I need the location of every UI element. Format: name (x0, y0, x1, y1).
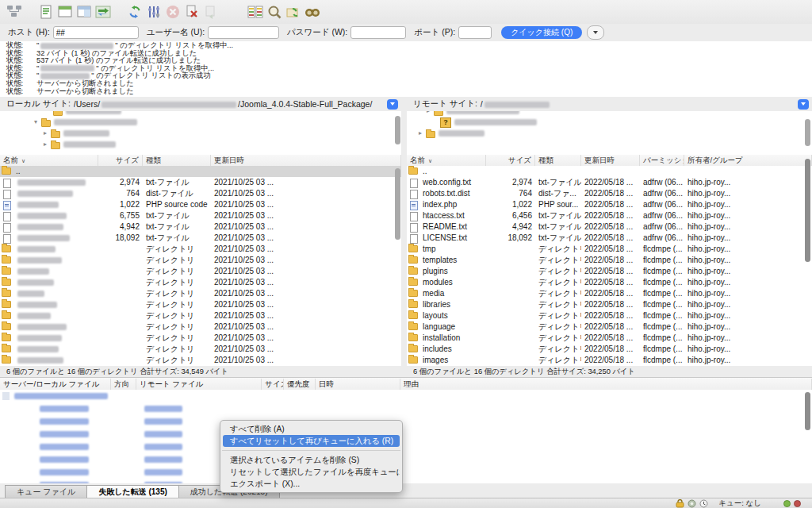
file-row[interactable]: ディレクトリ2021/10/25 03 ... (0, 333, 401, 344)
file-row[interactable]: imagesディレクトリ2022/05/18 ...flcdmpe (...hi… (407, 355, 812, 366)
context-menu-item[interactable]: すべてリセットして再びキューに入れる (R) (223, 435, 400, 447)
tree-item[interactable]: ▾ (0, 117, 401, 128)
file-row[interactable]: ディレクトリ2021/10/25 03 ... (0, 299, 401, 310)
file-row[interactable]: languageディレクトリ2022/05/18 ...flcdmpe (...… (407, 321, 812, 333)
file-row[interactable]: layoutsディレクトリ2022/05/18 ...flcdmpe (...h… (407, 310, 812, 321)
host-input[interactable] (53, 26, 139, 39)
context-menu-item[interactable]: 選択されているアイテムを削除 (S) (223, 454, 400, 466)
expander-icon[interactable]: ▾ (32, 117, 40, 128)
sync-icon[interactable] (688, 499, 696, 508)
file-row[interactable]: 2,974txt-ファイル2021/10/25 03 ... (0, 177, 401, 188)
local-site-path[interactable]: /Users//Joomla_4.0.4-Stable-Full_Package… (74, 99, 387, 109)
tree-item[interactable]: ▸ (407, 128, 812, 139)
file-row[interactable]: LICENSE.txt18,092txt-ファイル2022/05/18 ...a… (407, 233, 812, 244)
column-header[interactable]: サイズ (98, 155, 143, 166)
file-row[interactable]: mediaディレクトリ2022/05/18 ...flcdmpe (...hih… (407, 288, 812, 299)
synchronized-browsing-icon[interactable] (284, 2, 303, 21)
file-row[interactable]: includesディレクトリ2022/05/18 ...flcdmpe (...… (407, 344, 812, 355)
file-row[interactable]: ディレクトリ2021/10/25 03 ... (0, 344, 401, 355)
column-header[interactable]: 所有者/グループ (684, 155, 812, 166)
file-row[interactable]: ディレクトリ2021/10/25 03 ... (0, 310, 401, 321)
file-row[interactable]: ディレクトリ2021/10/25 03 ... (0, 288, 401, 299)
file-row[interactable]: librariesディレクトリ2022/05/18 ...flcdmpe (..… (407, 299, 812, 310)
file-row[interactable]: pluginsディレクトリ2022/05/18 ...flcdmpe (...h… (407, 266, 812, 277)
queue-column-header[interactable]: サーバー/ローカル ファイル (0, 379, 111, 390)
clock-icon[interactable] (699, 499, 708, 508)
queue-row[interactable]: /Users//D-->>/radministrato...転送を開始できません (0, 453, 812, 466)
queue-column-header[interactable]: 優先度 (284, 379, 316, 390)
tree-item[interactable]: ▸ (407, 111, 812, 117)
queue-column-header[interactable]: 方向 (111, 379, 136, 390)
file-row[interactable]: 1,022PHP source code2021/10/25 03 ... (0, 199, 401, 210)
reconnect-icon[interactable] (201, 2, 220, 21)
file-row[interactable]: tmpディレクトリ2022/05/18 ...flcdmpe (...hiho.… (407, 244, 812, 255)
column-header[interactable]: 更新日時 (211, 155, 401, 166)
column-header[interactable]: パーミッション (640, 155, 684, 166)
file-search-icon[interactable] (265, 2, 284, 21)
panel-splitter[interactable] (401, 97, 407, 377)
remote-list-scrollbar[interactable] (805, 159, 810, 262)
message-log-toggle-icon[interactable] (36, 2, 56, 21)
tree-item[interactable]: ? (407, 117, 812, 128)
transfer-queue-toggle-icon[interactable] (94, 2, 113, 21)
file-row[interactable]: index.php1,022PHP sour...2022/05/18 ...a… (407, 199, 812, 210)
context-menu-item[interactable]: リセットして選択したファイルを再度キューに入れる (E) (223, 466, 400, 478)
tree-item[interactable]: ▸ (0, 128, 401, 139)
queue-tab[interactable]: キュー ファイル (5, 485, 87, 498)
remote-tree-scrollbar[interactable] (805, 119, 810, 146)
file-row[interactable]: ディレクトリ2021/10/25 03 ... (0, 266, 401, 277)
local-tree-toggle-icon[interactable] (56, 2, 75, 21)
lock-icon[interactable] (676, 499, 684, 508)
queue-row[interactable]: /Users//D-->>/radministrato...転送を開始できません (0, 479, 812, 483)
file-row[interactable]: htaccess.txt6,456txt-ファイル2022/05/18 ...a… (407, 210, 812, 221)
local-list-scrollbar[interactable] (395, 168, 400, 240)
file-row[interactable]: README.txt4,942txt-ファイル2022/05/18 ...adf… (407, 221, 812, 233)
directory-comparison-icon[interactable] (246, 2, 265, 21)
tree-item[interactable]: ▸ (0, 139, 401, 150)
file-row[interactable]: robots.txt.dist764dist-ファ...2022/05/18 .… (407, 188, 812, 199)
queue-column-header[interactable]: 日時 (316, 379, 400, 390)
quickconnect-button[interactable]: クイック接続 (Q) (501, 26, 582, 39)
column-header[interactable]: 更新日時 (581, 155, 640, 166)
local-path-dropdown-button[interactable] (387, 99, 398, 110)
file-row[interactable]: 764dist-ファイル2021/10/25 03 ... (0, 188, 401, 199)
file-row[interactable]: templatesディレクトリ2022/05/18 ...flcdmpe (..… (407, 255, 812, 266)
file-row[interactable]: web.config.txt2,974txt-ファイル2022/05/18 ..… (407, 177, 812, 188)
file-row[interactable]: ディレクトリ2021/10/25 03 ... (0, 255, 401, 266)
file-row[interactable]: ディレクトリ2021/10/25 03 ... (0, 321, 401, 333)
column-header[interactable]: 種類 (535, 155, 581, 166)
file-row[interactable]: ディレクトリ2021/10/25 03 ... (0, 244, 401, 255)
queue-server-row[interactable] (0, 390, 812, 402)
file-row[interactable]: 18,092txt-ファイル2021/10/25 03 ... (0, 233, 401, 244)
username-input[interactable] (208, 26, 279, 39)
queue-column-header[interactable]: サイズ (262, 379, 284, 390)
process-queue-icon[interactable] (144, 2, 163, 21)
quickconnect-dropdown-button[interactable] (587, 25, 604, 40)
refresh-icon[interactable] (125, 2, 144, 21)
queue-column-header[interactable]: リモート ファイル (136, 379, 262, 390)
expander-icon[interactable]: ▸ (41, 139, 49, 150)
file-row[interactable]: .. (0, 166, 401, 177)
remote-path-dropdown-button[interactable] (798, 99, 809, 110)
queue-column-header[interactable]: 理由 (400, 379, 812, 390)
column-header[interactable]: 名前∨ (407, 155, 486, 166)
queue-row[interactable]: /Users//-->>/radministrato...転送を開始できません (0, 428, 812, 441)
tree-item[interactable] (0, 111, 401, 117)
site-manager-icon[interactable] (5, 2, 24, 21)
file-row[interactable]: installationディレクトリ2022/05/18 ...flcdmpe … (407, 333, 812, 344)
expander-icon[interactable]: ▸ (416, 128, 424, 139)
queue-row[interactable]: /Users//D-->>/radministrato...転送を開始できません (0, 441, 812, 453)
password-input[interactable] (350, 26, 406, 39)
queue-row[interactable]: /Users//D-->>/radministrato...転送を開始できません (0, 466, 812, 479)
disconnect-icon[interactable] (182, 2, 201, 21)
column-header[interactable]: 種類 (143, 155, 211, 166)
expander-icon[interactable]: ▸ (41, 128, 49, 139)
cancel-operation-icon[interactable] (163, 2, 182, 21)
file-row[interactable]: ディレクトリ2021/10/25 03 ... (0, 277, 401, 288)
file-row[interactable]: 4,942txt-ファイル2021/10/25 03 ... (0, 221, 401, 233)
column-header[interactable]: サイズ (486, 155, 535, 166)
queue-row[interactable]: /Users//-->>/radministrator/...9,856通常20… (0, 415, 812, 428)
context-menu-item[interactable]: エクスポート (X)... (223, 478, 400, 490)
expander-icon[interactable]: ▸ (424, 111, 432, 117)
file-row[interactable]: modulesディレクトリ2022/05/18 ...flcdmpe (...h… (407, 277, 812, 288)
